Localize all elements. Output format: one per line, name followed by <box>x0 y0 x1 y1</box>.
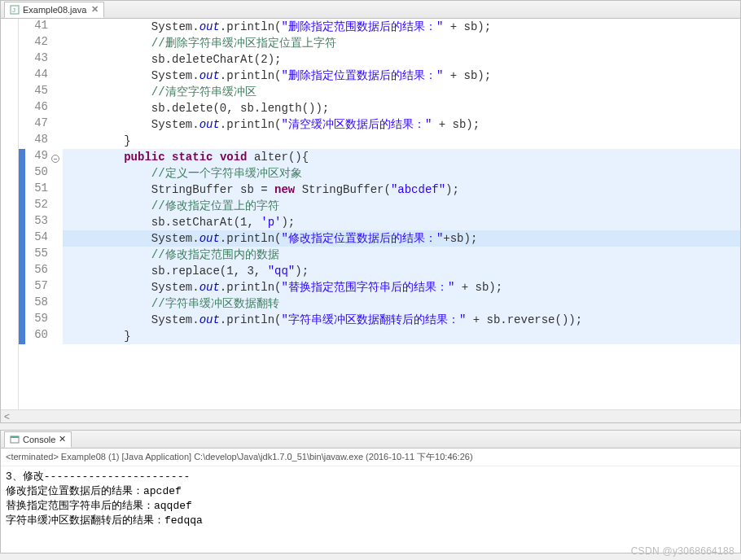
editor-pane: J Example08.java ✕ 414243444546474849505… <box>0 0 741 423</box>
line-number: 50 <box>25 165 48 182</box>
console-tab-label: Console <box>23 435 55 444</box>
line-number: 42 <box>25 35 48 51</box>
line-number: 55 <box>25 247 48 263</box>
line-number: 53 <box>25 214 48 230</box>
close-console-tab-icon[interactable]: ✕ <box>59 434 66 444</box>
line-number: 57 <box>25 279 48 295</box>
line-number: 56 <box>25 263 48 279</box>
code-area[interactable]: 4142434445464748495051525354555657585960… <box>1 19 740 409</box>
line-number: 60 <box>25 328 48 344</box>
line-number: 58 <box>25 295 48 312</box>
java-file-icon: J <box>10 5 20 15</box>
code-line[interactable]: sb.replace(1, 3, "qq"); <box>63 263 740 279</box>
code-line[interactable]: sb.setCharAt(1, 'p'); <box>63 214 740 230</box>
code-line[interactable]: } <box>63 133 740 149</box>
console-pane: Console ✕ <terminated> Example08 (1) [Ja… <box>0 430 741 553</box>
scroll-left-icon[interactable]: < <box>4 411 10 422</box>
code-line[interactable]: //修改指定位置上的字符 <box>63 198 740 214</box>
line-number: 41 <box>25 19 48 35</box>
code-line[interactable]: sb.delete(0, sb.length()); <box>63 100 740 116</box>
line-number: 51 <box>25 182 48 198</box>
code-line[interactable]: //删除字符串缓冲区指定位置上字符 <box>63 35 740 51</box>
line-number: 47 <box>25 116 48 133</box>
code-line[interactable]: System.out.println("替换指定范围字符串后的结果：" + sb… <box>63 279 740 295</box>
console-output[interactable]: 3、修改----------------------- 修改指定位置数据后的结果… <box>1 466 740 553</box>
code-line[interactable]: System.out.println("字符串缓冲区数据翻转后的结果：" + s… <box>63 312 740 328</box>
line-number: 49 <box>25 149 48 165</box>
close-tab-icon[interactable]: ✕ <box>91 4 99 15</box>
line-number: 45 <box>25 84 48 100</box>
code-line[interactable]: //定义一个字符串缓冲区对象 <box>63 165 740 182</box>
line-number: 52 <box>25 198 48 214</box>
line-number: 59 <box>25 312 48 328</box>
code-line[interactable]: System.out.println("删除指定位置数据后的结果：" + sb)… <box>63 68 740 84</box>
code-line[interactable]: //字符串缓冲区数据翻转 <box>63 295 740 312</box>
code-line[interactable]: System.out.println("清空缓冲区数据后的结果：" + sb); <box>63 116 740 133</box>
editor-tab-active[interactable]: J Example08.java ✕ <box>4 2 104 18</box>
svg-text:J: J <box>12 7 15 14</box>
fold-icon[interactable] <box>51 155 59 163</box>
code-line[interactable]: } <box>63 328 740 344</box>
svg-rect-3 <box>11 436 19 438</box>
code-line[interactable]: StringBuffer sb = new StringBuffer("abcd… <box>63 182 740 198</box>
line-number: 48 <box>25 133 48 149</box>
watermark: CSDN @y3068664188 <box>631 545 734 557</box>
tab-filename: Example08.java <box>23 5 86 15</box>
line-number: 54 <box>25 230 48 247</box>
editor-tab-bar: J Example08.java ✕ <box>1 1 740 19</box>
console-tab[interactable]: Console ✕ <box>4 431 72 448</box>
line-number: 46 <box>25 100 48 116</box>
console-tab-bar: Console ✕ <box>1 431 740 448</box>
code-line[interactable]: //清空字符串缓冲区 <box>63 84 740 100</box>
code-line[interactable]: public static void alter(){ <box>63 149 740 165</box>
code-line[interactable]: System.out.println("修改指定位置数据后的结果："+sb); <box>63 230 740 247</box>
console-status: <terminated> Example08 (1) [Java Applica… <box>1 448 740 466</box>
horizontal-scrollbar[interactable]: < <box>1 409 740 422</box>
console-icon <box>10 435 20 444</box>
line-number: 43 <box>25 51 48 68</box>
code-line[interactable]: System.out.println("删除指定范围数据后的结果：" + sb)… <box>63 19 740 35</box>
line-number: 44 <box>25 68 48 84</box>
code-line[interactable]: sb.deleteCharAt(2); <box>63 51 740 68</box>
code-line[interactable]: //修改指定范围内的数据 <box>63 247 740 263</box>
